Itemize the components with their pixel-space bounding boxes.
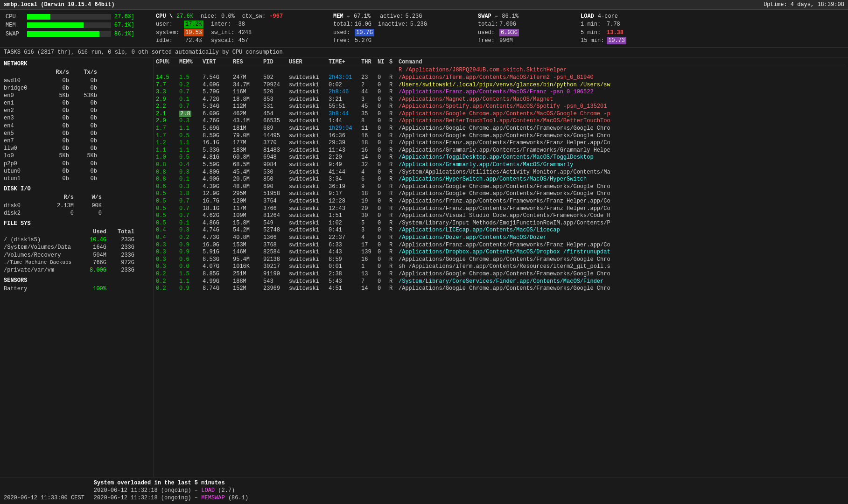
- swap-bar: [27, 31, 111, 37]
- process-row: 1.00.54.81G60.8M6948switowski2:20140R/Ap…: [156, 154, 846, 161]
- process-row: 2.12.86.00G462M454switowski3h8:44350R/Ap…: [156, 111, 846, 118]
- process-row: 0.21.58.85G251M91190switowski2:38130R/Ap…: [156, 271, 846, 278]
- process-row: 1.21.116.1G177M3770switowski29:39180R/Ap…: [156, 140, 846, 147]
- process-row: 0.20.98.74G152M23969switowski4:51140R/Ap…: [156, 285, 846, 293]
- cpu-bar-row: CPU 27.6%]: [4, 13, 150, 21]
- monitor-body: CPU 27.6%] MEM 67.1%] SWAP 86.1%]: [0, 10, 848, 504]
- process-row: 0.30.68.53G95.4M92138switowski8:59160R/A…: [156, 256, 846, 264]
- mem-bar: [27, 22, 111, 28]
- process-row: 2.20.75.34G112M531switowski55:51450R/App…: [156, 103, 846, 111]
- cpu-bar: [27, 14, 111, 20]
- cpu-stats-panel: CPU \ 27.6% nice: 0.0% ctx_sw: -967 user…: [154, 12, 331, 45]
- footer-time: 2020-06-12 11:33:00 CEST: [4, 494, 84, 502]
- sensors-section: SENSORS Battery 100%: [4, 277, 150, 293]
- process-row: 0.50.74.62G109M81264switowski1:51300R/Ap…: [156, 212, 846, 220]
- process-row: 2.00.34.76G43.1M66535switowski1:4480R/Ap…: [156, 118, 846, 125]
- disk-io-section: DISK I/O R/s W/s disk02.13M90K disk200: [4, 185, 150, 217]
- swap-bar-row: SWAP 86.1%]: [4, 30, 150, 38]
- process-row: 0.21.14.99G188M543switowski5:4370R/Syste…: [156, 278, 846, 286]
- swap-stats-panel: SWAP – 86.1% total: 7.00G used: 6.03G fr…: [476, 12, 579, 45]
- process-row: 7.70.24.09G34.7M70924switowski0:0220R/Us…: [156, 82, 846, 89]
- process-row: 0.50.716.7G120M3764switowski12:28190R/Ap…: [156, 198, 846, 205]
- header-uptime: Uptime: 4 days, 18:39:08: [764, 1, 844, 8]
- process-row: 0.50.14.86G15.8M549switowski1:0250R/Syst…: [156, 220, 846, 227]
- process-row: 1.71.15.69G181M689switowski1h29:04110R/A…: [156, 125, 846, 133]
- process-row: 0.80.34.80G45.4M530switowski41:4440R/Sys…: [156, 169, 846, 176]
- process-row: 2.90.14.72G18.8M853switowski3:2130R/Appl…: [156, 96, 846, 104]
- process-row: 0.40.24.73G40.8M1366switowski22:3740R/Ap…: [156, 234, 846, 242]
- process-row: 3.30.75.79G116M520switowski2h8:46440R/Ap…: [156, 89, 846, 96]
- process-row: R /Applications/J8RPQ294UB.com.skitch.Sk…: [156, 67, 846, 74]
- process-row: 1.70.58.50G79.0M14495switowski16:36160R/…: [156, 133, 846, 140]
- load-stats-panel: LOAD 4-core 1 min: 7.78 5 min: 13.38 15 …: [579, 12, 663, 45]
- process-panel: CPU% MEM% VIRT RES PID USER TIME+ THR NI…: [154, 57, 848, 477]
- process-row: 0.80.45.59G68.5M9084switowski9:49320R/Ap…: [156, 161, 846, 169]
- process-row: 0.40.34.74G54.2M52748switowski0:4130R/Ap…: [156, 227, 846, 234]
- left-panel: NETWORK Rx/s Tx/s awdl00b0b bridge00b0b …: [0, 57, 154, 477]
- header-title: smbp.local (Darwin 10.15.4 64bit): [4, 1, 115, 8]
- alerts-section: System overloaded in the last 5 minutes …: [84, 479, 844, 502]
- process-row: 0.51.812.9G295M51958switowski9:17180R/Ap…: [156, 190, 846, 198]
- file-sys-section: FILE SYS Used Total / (disk1s5) 10.4G 23…: [4, 220, 150, 274]
- process-row: 0.60.34.39G48.0M690switowski36:1990R/App…: [156, 183, 846, 191]
- process-row: 0.50.718.1G117M3766switowski12:43200R/Ap…: [156, 205, 846, 213]
- process-row: 0.30.916.0G153M3768switowski6:33170R/App…: [156, 242, 846, 249]
- process-row: 0.80.14.90G20.5M850switowski3:3460R/Appl…: [156, 176, 846, 183]
- mem-bar-row: MEM 67.1%]: [4, 21, 150, 29]
- mem-stats-panel: MEM – 67.1% active: 5.23G total: 16.0G i…: [331, 12, 476, 45]
- process-row: 1.11.15.33G183M81483switowski11:43160R/A…: [156, 147, 846, 154]
- process-row: 14.51.57.54G247M502switowski2h43:01230R/…: [156, 74, 846, 82]
- process-row: 0.30.04.07G1016K30217switowski0:0110Rsh …: [156, 263, 846, 271]
- network-section: NETWORK Rx/s Tx/s awdl00b0b bridge00b0b …: [4, 60, 150, 182]
- header-bar: smbp.local (Darwin 10.15.4 64bit) Uptime…: [0, 0, 848, 10]
- tasks-line: TASKS 616 (2817 thr), 616 run, 0 slp, 0 …: [0, 48, 848, 57]
- process-row: 0.30.95.91G146M82584switowski4:431390R/A…: [156, 249, 846, 256]
